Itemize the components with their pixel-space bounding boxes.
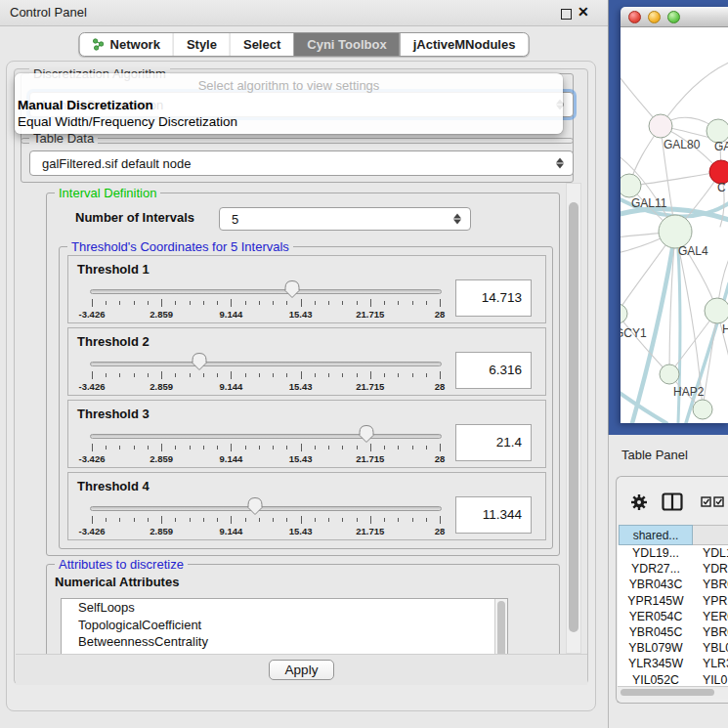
scrollbar-thumb[interactable] bbox=[497, 601, 505, 654]
network-node[interactable] bbox=[693, 400, 712, 419]
dropdown-option-manual-discretization[interactable]: Manual Discretization bbox=[15, 97, 563, 113]
network-node-h[interactable] bbox=[705, 298, 728, 323]
column-header-1[interactable]: na bbox=[693, 525, 728, 545]
slider-tick bbox=[148, 518, 149, 522]
slider-tick-label: 9.144 bbox=[201, 309, 260, 320]
slider-tick bbox=[412, 301, 413, 305]
table-row[interactable]: YIL052CYIL0 bbox=[618, 672, 728, 687]
attribute-items: SelfLoopsTopologicalCoefficientBetweenne… bbox=[62, 599, 507, 651]
slider-tick bbox=[273, 446, 274, 450]
tab-network[interactable]: Network bbox=[80, 33, 173, 56]
tab-cyni-toolbox[interactable]: Cyni Toolbox bbox=[293, 33, 399, 56]
float-window-icon[interactable] bbox=[561, 9, 572, 20]
slider-track[interactable] bbox=[90, 434, 442, 439]
list-item-betweennesscentrality[interactable]: BetweennessCentrality bbox=[62, 633, 507, 651]
table-row[interactable]: YBR045CYBR0 bbox=[618, 624, 728, 640]
interval-definition-groupbox: Interval Definition Number of Intervals … bbox=[46, 193, 560, 556]
threshold-value-field[interactable]: 6.316 bbox=[455, 352, 532, 389]
slider-thumb[interactable] bbox=[284, 279, 300, 299]
threshold-value-field[interactable]: 21.4 bbox=[455, 424, 532, 461]
slider-tick bbox=[412, 518, 413, 522]
slider-tick bbox=[342, 518, 343, 522]
select-columns-checkbox-icon[interactable] bbox=[701, 496, 711, 507]
table-row[interactable]: YBL079WYBL0 bbox=[618, 640, 728, 656]
slider-thumb[interactable] bbox=[359, 424, 374, 444]
slider-track[interactable] bbox=[90, 362, 442, 366]
slider-tick bbox=[412, 373, 413, 377]
attributes-groupbox: Attributes to discretize Numerical Attri… bbox=[46, 564, 560, 654]
number-of-intervals-combobox[interactable]: 5 bbox=[219, 207, 471, 231]
gear-icon[interactable] bbox=[629, 492, 649, 512]
table-row[interactable]: YER054CYER0 bbox=[618, 609, 728, 624]
threshold-value-field[interactable]: 11.344 bbox=[455, 496, 532, 534]
close-traffic-light-icon[interactable] bbox=[628, 11, 641, 23]
cell-name: YBR0 bbox=[703, 624, 728, 640]
threshold-panel-1: Threshold 1-3.4262.8599.14415.4321.71528… bbox=[67, 255, 546, 323]
list-scrollbar[interactable] bbox=[494, 599, 507, 654]
algorithm-dropdown-popup: Select algorithm to view settings Manual… bbox=[15, 73, 563, 134]
close-icon[interactable]: ✕ bbox=[578, 4, 589, 20]
slider-tick bbox=[440, 444, 441, 451]
table-row[interactable]: YBR043CYBR0 bbox=[618, 577, 728, 592]
list-item-selfloops[interactable]: SelfLoops bbox=[62, 599, 507, 617]
slider-thumb[interactable] bbox=[192, 352, 207, 371]
scrollbar-thumb[interactable] bbox=[569, 202, 578, 632]
tab-jactivemnodules[interactable]: jActiveMNodules bbox=[400, 33, 529, 56]
threshold-value-field[interactable]: 14.713 bbox=[455, 279, 532, 317]
slider-tick bbox=[217, 373, 218, 377]
tab-style[interactable]: Style bbox=[173, 33, 230, 56]
combobox-stepper-icon bbox=[453, 214, 461, 225]
algorithm-dropdown-options: Manual DiscretizationEqual Width/Frequen… bbox=[15, 97, 563, 130]
split-pane-icon[interactable] bbox=[662, 492, 683, 511]
slider-tick bbox=[370, 444, 371, 451]
numerical-attributes-label: Numerical Attributes bbox=[55, 575, 179, 589]
table-data-combobox[interactable]: galFiltered.sif default node bbox=[29, 150, 574, 176]
network-node-gal4[interactable] bbox=[659, 215, 692, 248]
slider-tick bbox=[245, 518, 246, 522]
slider-thumb[interactable] bbox=[247, 496, 263, 516]
slider-tick bbox=[384, 446, 385, 450]
numerical-attributes-list[interactable]: SelfLoopsTopologicalCoefficientBetweenne… bbox=[61, 598, 508, 654]
network-node-gal11[interactable] bbox=[621, 174, 641, 197]
table-row[interactable]: YPR145WYPR1 bbox=[618, 593, 728, 609]
slider-tick bbox=[231, 371, 232, 379]
slider-tick bbox=[175, 373, 176, 377]
scrollbar-thumb[interactable] bbox=[621, 689, 714, 696]
tab-select[interactable]: Select bbox=[230, 33, 293, 56]
minimize-traffic-light-icon[interactable] bbox=[648, 11, 661, 23]
table-panel-title: Table Panel bbox=[621, 448, 688, 462]
slider-tick bbox=[286, 446, 287, 450]
slider-tick bbox=[203, 518, 204, 522]
select-rows-checkbox-icon[interactable] bbox=[713, 496, 724, 507]
slider-tick bbox=[92, 299, 93, 307]
thresholds-groupbox: Threshold's Coordinates for 5 Intervals … bbox=[59, 246, 553, 549]
cyni-toolbox-pane: Discretization Algorithm Manual Discreti… bbox=[14, 68, 588, 684]
dropdown-option-equal-width-frequency-discretization[interactable]: Equal Width/Frequency Discretization bbox=[15, 113, 563, 130]
slider-tick bbox=[357, 301, 358, 305]
slider-track[interactable] bbox=[90, 289, 442, 294]
network-node-hap2[interactable] bbox=[660, 364, 679, 384]
network-node-gcy1[interactable] bbox=[621, 304, 627, 323]
table-row[interactable]: YDL19...YDL1 bbox=[618, 545, 728, 561]
slider-tick bbox=[161, 516, 162, 524]
slider-tick bbox=[426, 301, 427, 305]
panel-scrollbar[interactable] bbox=[566, 183, 581, 654]
list-item-topologicalcoefficient[interactable]: TopologicalCoefficient bbox=[62, 617, 507, 634]
apply-button[interactable]: Apply bbox=[269, 660, 335, 680]
cell-name: YIL0 bbox=[703, 672, 727, 687]
control-panel-titlebar: Control Panel ✕ bbox=[0, 0, 608, 26]
slider-tick bbox=[328, 446, 329, 450]
column-header-0[interactable]: shared... bbox=[619, 525, 693, 545]
table-header-row: shared...na bbox=[617, 525, 728, 545]
slider-tick bbox=[245, 446, 246, 450]
slider-track[interactable] bbox=[90, 506, 442, 511]
slider-tick bbox=[315, 446, 316, 450]
table-hscrollbar[interactable] bbox=[618, 686, 728, 699]
network-canvas[interactable]: GAL80GACGAL11GAL4GCY1HHAP2 bbox=[621, 27, 728, 423]
network-node-gal80[interactable] bbox=[649, 114, 672, 138]
table-row[interactable]: YLR345WYLR3 bbox=[618, 656, 728, 671]
slider-tick bbox=[217, 518, 218, 522]
slider-tick bbox=[92, 516, 93, 524]
table-row[interactable]: YDR27...YDR2 bbox=[618, 561, 728, 577]
zoom-traffic-light-icon[interactable] bbox=[667, 11, 680, 23]
